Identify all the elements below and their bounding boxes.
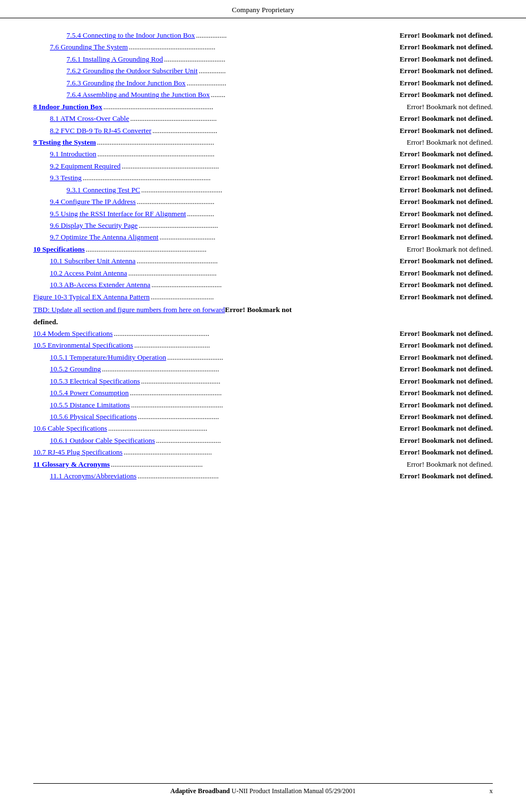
toc-dots: ........................................… [111, 458, 406, 470]
toc-link-8.1[interactable]: 8.1 ATM Cross-Over Cable [50, 113, 129, 124]
toc-dots: ........................................… [97, 136, 406, 148]
toc-error: Error! Bookmark not defined. [400, 399, 493, 411]
page-footer: Adaptive Broadband U-NII Product Install… [33, 783, 493, 795]
toc-link-8[interactable]: 8 Indoor Junction Box [33, 101, 102, 113]
toc-entry-10.7: 10.7 RJ-45 Plug Specifications .........… [33, 446, 493, 458]
toc-error: Error! Bookmark not defined. [400, 422, 493, 434]
toc-entry-7.6.1: 7.6.1 Installing A Grounding Rod .......… [33, 53, 493, 65]
toc-link-10.4[interactable]: 10.4 Modem Specifications [33, 328, 113, 339]
toc-error: Error! Bookmark not defined. [400, 196, 493, 207]
toc-entry-8.1: 8.1 ATM Cross-Over Cable ...............… [33, 113, 493, 124]
toc-dots: ........................................… [108, 422, 399, 434]
toc-link-10.5.4[interactable]: 10.5.4 Power Consumption [50, 387, 129, 399]
toc-error: Error! Bookmark not defined. [400, 291, 493, 303]
toc-tbd-link[interactable]: TBD: Update all section and figure numbe… [33, 305, 225, 314]
toc-entry-8.2: 8.2 FVC DB-9 To RJ-45 Converter ........… [33, 125, 493, 136]
toc-tbd-defined: defined. [33, 316, 493, 328]
toc-entry-10.5.6: 10.5.6 Physical Specifications .........… [33, 411, 493, 422]
toc-error: Error! Bookmark not defined. [400, 435, 493, 446]
toc-entry-9.1: 9.1 Introduction .......................… [33, 148, 493, 160]
toc-dots: ............................... [160, 231, 399, 243]
toc-link-11[interactable]: 11 Glossary & Acronyms [33, 458, 110, 470]
toc-error: Error! Bookmark not defined. [400, 125, 493, 136]
toc-dots: ........................................… [137, 196, 399, 207]
toc-link-10.6[interactable]: 10.6 Cable Specifications [33, 422, 107, 434]
toc-entry-8: 8 Indoor Junction Box ..................… [33, 101, 493, 113]
toc-link-10.2[interactable]: 10.2 Access Point Antenna [50, 267, 127, 279]
toc-link-9.1[interactable]: 9.1 Introduction [50, 148, 96, 160]
footer-text: U-NII Product Installation Manual 05/29/… [230, 787, 356, 795]
toc-error: Error! Bookmark not defined. [400, 351, 493, 363]
toc-link-fig10-3[interactable]: Figure 10-3 Typical EX Antenna Pattern [33, 291, 150, 303]
toc-link-10.3[interactable]: 10.3 AB-Access Extender Antenna [50, 279, 150, 290]
toc-link-9.3.1[interactable]: 9.3.1 Connecting Test PC [67, 184, 140, 196]
toc-dots: ....................................... [151, 279, 399, 290]
toc-entry-9.5: 9.5 Using the RSSI Interface for RF Alig… [33, 208, 493, 219]
toc-link-10.5[interactable]: 10.5 Environmental Specifications [33, 339, 133, 351]
toc-link-9.4[interactable]: 9.4 Configure The IP Address [50, 196, 136, 207]
toc-error: Error! Bookmark not defined. [400, 65, 493, 76]
toc-link-10.5.6[interactable]: 10.5.6 Physical Specifications [50, 411, 137, 422]
toc-tbd-error: Error! Bookmark not [225, 305, 292, 314]
toc-entry-7.6.2: 7.6.2 Grounding the Outdoor Subscriber U… [33, 65, 493, 76]
toc-link-7.6.1[interactable]: 7.6.1 Installing A Grounding Rod [67, 53, 163, 65]
toc-tbd-defined-text: defined. [33, 318, 58, 326]
toc-error: Error! Bookmark not defined. [400, 148, 493, 160]
toc-link-9.6[interactable]: 9.6 Display The Security Page [50, 219, 137, 231]
toc-link-10.5.2[interactable]: 10.5.2 Grounding [50, 363, 101, 375]
toc-link-10.5.3[interactable]: 10.5.3 Electrical Specifications [50, 375, 140, 387]
toc-error: Error! Bookmark not defined. [407, 458, 493, 470]
toc-entry-10.3: 10.3 AB-Access Extender Antenna ........… [33, 279, 493, 290]
toc-entry-10.1: 10.1 Subscriber Unit Antenna ...........… [33, 255, 493, 267]
toc-tbd-entry: TBD: Update all section and figure numbe… [33, 304, 493, 315]
toc-link-9.3[interactable]: 9.3 Testing [50, 172, 81, 183]
toc-dots: ........................................… [86, 243, 406, 255]
toc-dots: ............................... [167, 351, 399, 363]
toc-dots: ........................................… [121, 160, 399, 172]
toc-dots: ........................................… [139, 219, 399, 231]
toc-entry-7.5.4: 7.5.4 Connecting to the Indoor Junction … [33, 29, 493, 41]
toc-dots: ................. [196, 29, 399, 41]
toc-dots: ........................................… [128, 267, 399, 279]
toc-error: Error! Bookmark not defined. [400, 411, 493, 422]
toc-link-10[interactable]: 10 Specifications [33, 243, 85, 255]
toc-dots: ........................................… [131, 399, 399, 411]
toc-link-7.6.2[interactable]: 7.6.2 Grounding the Outdoor Subscriber U… [67, 65, 198, 76]
toc-link-10.6.1[interactable]: 10.6.1 Outdoor Cable Specifications [50, 435, 155, 446]
toc-link-7.6.4[interactable]: 7.6.4 Assembling and Mounting the Juncti… [67, 89, 210, 100]
toc-error: Error! Bookmark not defined. [400, 231, 493, 243]
toc-link-9.2[interactable]: 9.2 Equipment Required [50, 160, 120, 172]
toc-link-11.1[interactable]: 11.1 Acronyms/Abbreviations [50, 470, 136, 482]
toc-link-10.5.5[interactable]: 10.5.5 Distance Limitations [50, 399, 130, 411]
toc-error: Error! Bookmark not defined. [400, 375, 493, 387]
toc-error: Error! Bookmark not defined. [400, 53, 493, 65]
toc-link-10.5.1[interactable]: 10.5.1 Temperature/Humidity Operation [50, 351, 166, 363]
toc-link-8.2[interactable]: 8.2 FVC DB-9 To RJ-45 Converter [50, 125, 151, 136]
toc-dots: ............... [199, 65, 399, 76]
toc-link-7.6[interactable]: 7.6 Grounding The System [50, 41, 128, 53]
toc-entry-10.5.3: 10.5.3 Electrical Specifications .......… [33, 375, 493, 387]
toc-entry-11: 11 Glossary & Acronyms .................… [33, 458, 493, 470]
toc-error: Error! Bookmark not defined. [400, 89, 493, 100]
toc-error: Error! Bookmark not defined. [400, 113, 493, 124]
toc-dots: ........................................… [134, 339, 399, 351]
toc-entry-10: 10 Specifications ......................… [33, 243, 493, 255]
toc-error: Error! Bookmark not defined. [400, 279, 493, 290]
toc-link-9.7[interactable]: 9.7 Optimize The Antenna Alignment [50, 231, 159, 243]
page-header: Company Proprietary [0, 0, 526, 18]
toc-error: Error! Bookmark not defined. [407, 101, 493, 113]
toc-link-9.5[interactable]: 9.5 Using the RSSI Interface for RF Alig… [50, 208, 186, 219]
toc-dots: ........................................… [83, 172, 399, 183]
toc-link-9[interactable]: 9 Testing the System [33, 136, 96, 148]
toc-error: Error! Bookmark not defined. [407, 136, 493, 148]
toc-dots: ........................................… [102, 363, 399, 375]
toc-link-7.6.3[interactable]: 7.6.3 Grounding the Indoor Junction Box [67, 77, 186, 89]
toc-entry-7.6.3: 7.6.3 Grounding the Indoor Junction Box … [33, 77, 493, 89]
toc-dots: ................................... [151, 291, 399, 303]
toc-link-10.7[interactable]: 10.7 RJ-45 Plug Specifications [33, 446, 122, 458]
toc-link-10.1[interactable]: 10.1 Subscriber Unit Antenna [50, 255, 136, 267]
toc-dots: ........................................… [124, 446, 399, 458]
toc-entry-9.6: 9.6 Display The Security Page ..........… [33, 219, 493, 231]
toc-entry-10.6.1: 10.6.1 Outdoor Cable Specifications ....… [33, 435, 493, 446]
toc-link-7.5.4[interactable]: 7.5.4 Connecting to the Indoor Junction … [67, 29, 195, 41]
